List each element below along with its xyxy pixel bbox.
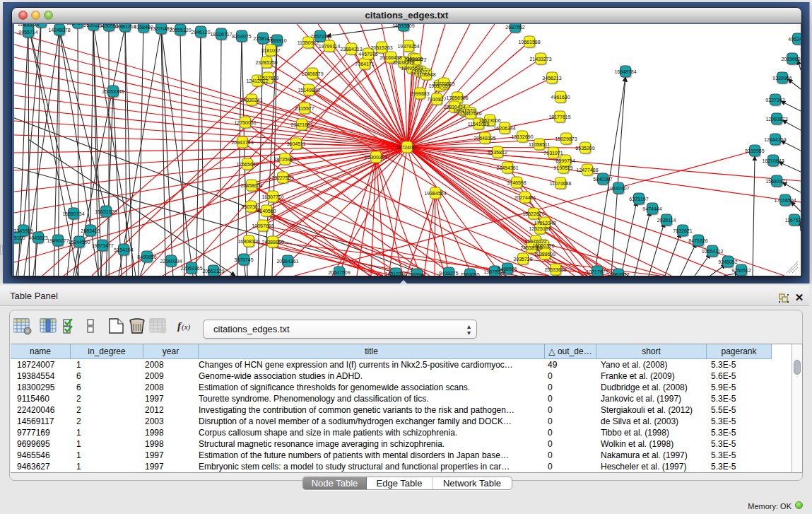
svg-text:12525131: 12525131: [529, 226, 551, 231]
svg-text:5154104: 5154104: [114, 247, 133, 252]
svg-text:11866024: 11866024: [18, 24, 40, 27]
svg-text:7031971: 7031971: [543, 151, 563, 156]
svg-text:20364361: 20364361: [276, 259, 298, 264]
svg-text:24330241: 24330241: [240, 98, 262, 103]
svg-text:18177615: 18177615: [548, 115, 570, 119]
svg-text:7064171: 7064171: [355, 62, 374, 66]
svg-text:9075310: 9075310: [14, 235, 25, 240]
svg-text:21770515: 21770515: [433, 81, 454, 86]
svg-text:18724007: 18724007: [396, 145, 418, 150]
svg-text:11388699: 11388699: [534, 252, 556, 257]
svg-text:8204075: 8204075: [232, 34, 251, 39]
svg-text:10717675: 10717675: [586, 269, 608, 274]
svg-text:25533636: 25533636: [544, 267, 566, 272]
svg-text:11074688: 11074688: [550, 181, 572, 186]
svg-text:7910827: 7910827: [427, 97, 446, 102]
svg-text:15347616: 15347616: [459, 111, 481, 116]
svg-text:20515263: 20515263: [370, 45, 392, 50]
svg-text:23421603: 23421603: [290, 122, 312, 127]
svg-text:20647509: 20647509: [328, 270, 350, 275]
svg-text:15149848: 15149848: [298, 88, 319, 93]
svg-text:6379197: 6379197: [629, 197, 648, 201]
svg-text:4140560: 4140560: [257, 209, 276, 214]
svg-text:16908100: 16908100: [237, 239, 259, 244]
svg-text:13132690: 13132690: [511, 134, 533, 139]
svg-text:5840397: 5840397: [593, 177, 612, 182]
svg-text:3883910: 3883910: [267, 38, 286, 43]
svg-text:2687652: 2687652: [505, 25, 524, 30]
svg-text:4961630: 4961630: [551, 95, 570, 100]
svg-text:20166438: 20166438: [379, 55, 401, 60]
svg-text:3746598: 3746598: [507, 180, 526, 185]
svg-text:2999883: 2999883: [410, 91, 429, 96]
svg-text:2946120: 2946120: [191, 30, 210, 35]
svg-text:25053346: 25053346: [102, 89, 124, 94]
svg-text:6061658: 6061658: [31, 24, 50, 25]
svg-text:5468605: 5468605: [498, 267, 517, 271]
svg-text:8215955: 8215955: [745, 148, 764, 153]
svg-text:2663941: 2663941: [407, 272, 426, 276]
svg-text:21433273: 21433273: [529, 57, 551, 62]
svg-text:3181037: 3181037: [261, 48, 280, 53]
svg-text:17665640: 17665640: [236, 162, 258, 167]
svg-text:11058511: 11058511: [529, 142, 550, 147]
svg-text:20156684: 20156684: [781, 57, 801, 62]
svg-text:10057659: 10057659: [252, 223, 273, 228]
svg-text:9329966: 9329966: [772, 76, 792, 81]
svg-text:17656906: 17656906: [446, 95, 468, 100]
svg-text:18981216: 18981216: [114, 24, 136, 29]
svg-text:2315577: 2315577: [295, 106, 314, 111]
svg-text:19490077: 19490077: [47, 238, 69, 243]
svg-text:25300203: 25300203: [365, 155, 387, 160]
svg-text:15692971: 15692971: [765, 179, 787, 184]
svg-text:24388850: 24388850: [261, 240, 283, 245]
svg-text:15550734: 15550734: [62, 211, 84, 216]
svg-text:20274461: 20274461: [514, 195, 536, 200]
svg-text:10654112: 10654112: [702, 249, 724, 254]
svg-text:14248078: 14248078: [48, 28, 70, 33]
svg-text:24894472: 24894472: [404, 57, 426, 62]
svg-text:8490656: 8490656: [137, 255, 156, 259]
svg-text:18622670: 18622670: [522, 211, 544, 216]
svg-text:23884213: 23884213: [340, 47, 362, 52]
svg-text:20458054: 20458054: [240, 183, 262, 188]
svg-text:8471626: 8471626: [688, 238, 707, 243]
svg-text:18026717: 18026717: [210, 32, 232, 37]
svg-text:19379254: 19379254: [397, 44, 419, 49]
svg-text:2563055: 2563055: [460, 272, 479, 276]
svg-text:12412612: 12412612: [246, 78, 268, 83]
svg-text:19799114: 19799114: [319, 44, 341, 49]
svg-text:12093873: 12093873: [765, 117, 787, 122]
svg-text:15029873: 15029873: [555, 136, 577, 141]
svg-text:10661588: 10661588: [518, 40, 540, 45]
svg-text:20648195: 20648195: [473, 136, 495, 141]
svg-text:4043823: 4043823: [28, 235, 47, 240]
svg-text:3343959: 3343959: [14, 228, 33, 233]
svg-text:15244500: 15244500: [68, 240, 90, 245]
svg-text:3604511: 3604511: [287, 141, 306, 146]
svg-text:3075745: 3075745: [234, 257, 253, 262]
svg-text:12444153: 12444153: [764, 137, 786, 142]
svg-text:15063972: 15063972: [607, 272, 629, 276]
svg-text:19142407: 19142407: [607, 186, 629, 191]
svg-text:17406879: 17406879: [301, 71, 323, 76]
svg-text:9227342: 9227342: [765, 98, 784, 103]
svg-text:3456213: 3456213: [542, 76, 561, 81]
svg-text:16210643: 16210643: [762, 158, 784, 163]
svg-text:9250512: 9250512: [731, 268, 751, 273]
svg-text:9190519: 9190519: [553, 165, 572, 170]
svg-text:19973477: 19973477: [91, 243, 113, 248]
svg-text:3106848: 3106848: [416, 72, 435, 77]
svg-text:20555120: 20555120: [169, 28, 191, 33]
svg-text:12477488: 12477488: [576, 168, 598, 173]
svg-text:17016504: 17016504: [774, 198, 796, 203]
svg-text:15031529: 15031529: [95, 209, 117, 214]
svg-text:24538166: 24538166: [520, 245, 542, 250]
svg-text:(x): (x): [182, 322, 191, 332]
svg-text:22160294: 22160294: [160, 259, 182, 264]
svg-text:7632621: 7632621: [673, 228, 692, 233]
svg-text:16033809: 16033809: [392, 24, 414, 28]
svg-text:6535209: 6535209: [575, 146, 594, 151]
svg-text:19384554: 19384554: [424, 191, 446, 196]
svg-text:20562129: 20562129: [202, 269, 224, 274]
